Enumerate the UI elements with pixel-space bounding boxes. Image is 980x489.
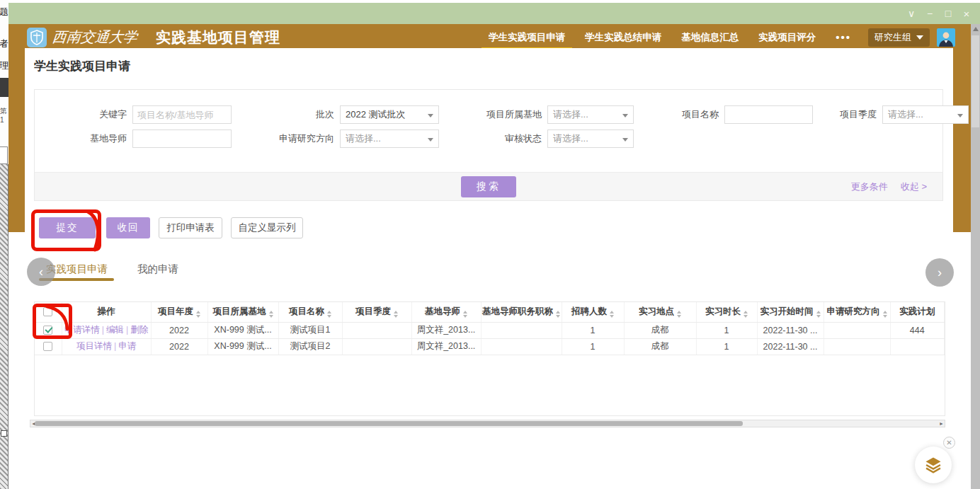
quarter-select[interactable]: 请选择... xyxy=(882,105,969,124)
project-name-input[interactable] xyxy=(724,105,813,124)
scroll-up-icon[interactable] xyxy=(973,27,979,31)
batch-select[interactable]: 2022 测试批次 xyxy=(340,105,439,124)
research-label: 申请研究方向 xyxy=(260,132,334,145)
sort-icon[interactable] xyxy=(610,311,614,318)
vertical-scrollbar-thumb[interactable] xyxy=(972,35,979,127)
chevron-down-icon xyxy=(428,138,433,142)
window-maximize-button[interactable]: □ xyxy=(939,8,957,19)
window-close-button[interactable]: × xyxy=(957,8,976,20)
search-button[interactable]: 搜索 xyxy=(461,176,516,197)
base-label: 项目所属基地 xyxy=(464,108,542,121)
sort-icon[interactable] xyxy=(743,311,748,318)
bg-selection-handle xyxy=(1,430,7,437)
cell-intern-start: 2022-11-30 ... xyxy=(757,338,824,355)
shield-icon xyxy=(30,30,44,45)
col-practice-plan[interactable]: 实践计划 xyxy=(890,302,945,322)
horizontal-scrollbar[interactable]: ◄ ► xyxy=(30,420,945,427)
col-project-name[interactable]: 项目名称 xyxy=(278,302,342,322)
cell-intern-location: 成都 xyxy=(624,338,696,355)
university-name: 西南交通大学 xyxy=(52,28,139,47)
collapse-link[interactable]: 收起 > xyxy=(901,180,927,193)
cell-research-direction xyxy=(824,322,890,338)
research-select[interactable]: 请选择... xyxy=(340,130,439,148)
delete-link[interactable]: 删除 xyxy=(130,325,148,335)
sort-icon[interactable] xyxy=(196,311,200,318)
scroll-right-icon[interactable]: ► xyxy=(939,421,944,426)
sort-icon[interactable] xyxy=(677,311,681,318)
scroll-tabs-left-button[interactable]: ‹ xyxy=(27,258,55,286)
chevron-down-icon xyxy=(622,138,628,142)
floating-layers-button[interactable] xyxy=(915,447,952,483)
nav-item-project-score[interactable]: 实践项目评分 xyxy=(758,24,816,50)
cell-project-name: 测试项目1 xyxy=(278,322,342,338)
keyword-input[interactable] xyxy=(132,105,232,124)
window-minimize-button[interactable]: − xyxy=(921,8,939,19)
withdraw-button[interactable]: 收回 xyxy=(106,217,150,238)
base-select-value: 请选择... xyxy=(553,108,588,121)
link-divider: | xyxy=(102,325,104,335)
row-checkbox[interactable] xyxy=(43,342,52,351)
apply-link[interactable]: 申请 xyxy=(118,341,136,351)
print-application-button[interactable]: 打印申请表 xyxy=(159,217,222,238)
col-research-direction[interactable]: 申请研究方向 xyxy=(824,302,890,322)
avatar[interactable] xyxy=(937,28,955,47)
col-project-year[interactable]: 项目年度 xyxy=(151,302,207,322)
mentor-input[interactable] xyxy=(132,130,232,148)
sort-icon[interactable] xyxy=(269,311,273,318)
col-mentor-title[interactable]: 基地导师职务职称 xyxy=(481,302,562,322)
cell-project-year: 2022 xyxy=(151,322,207,338)
apply-detail-link[interactable]: 申请详情 xyxy=(64,325,100,335)
vertical-scrollbar[interactable] xyxy=(971,24,980,489)
nav-item-student-summary-apply[interactable]: 学生实践总结申请 xyxy=(585,24,661,50)
research-select-value: 请选择... xyxy=(346,132,381,145)
project-detail-link[interactable]: 项目详情 xyxy=(76,341,112,351)
batch-select-value: 2022 测试批次 xyxy=(346,108,406,121)
col-recruit-count[interactable]: 招聘人数 xyxy=(562,302,624,322)
horizontal-scrollbar-thumb[interactable] xyxy=(35,421,743,426)
cell-intern-duration: 1 xyxy=(696,338,757,355)
app-window: ∨ − □ × 西南交通大学 实践基地项目管理 学生实践项目申请 学生实践总结申… xyxy=(8,0,980,489)
more-conditions-link[interactable]: 更多条件 xyxy=(851,180,888,193)
projects-table: 操作 项目年度 项目所属基地 项目名称 项目季度 基地导师 基地导师职务职称 招… xyxy=(34,301,945,416)
fab-close-button[interactable]: ✕ xyxy=(943,437,955,449)
tab-my-applications[interactable]: 我的申请 xyxy=(137,263,178,276)
nav-item-base-info[interactable]: 基地信息汇总 xyxy=(681,24,739,50)
avatar-image xyxy=(937,28,955,47)
cell-mentor-title xyxy=(481,322,562,338)
sort-icon[interactable] xyxy=(883,311,887,318)
select-all-checkbox[interactable] xyxy=(43,307,52,316)
table-row: 申请详情|编辑|删除 2022 XN-999 测试... 测试项目1 周文祥_2… xyxy=(35,322,945,338)
edit-link[interactable]: 编辑 xyxy=(106,325,124,335)
nav-more-icon[interactable]: ••• xyxy=(836,31,851,43)
quarter-label: 项目季度 xyxy=(834,108,877,121)
submit-button[interactable]: 提交 xyxy=(39,217,96,238)
scroll-tabs-right-button[interactable]: › xyxy=(925,258,954,287)
window-menu-button[interactable]: ∨ xyxy=(902,8,921,19)
project-name-label: 项目名称 xyxy=(676,108,719,121)
nav-item-student-project-apply[interactable]: 学生实践项目申请 xyxy=(489,24,565,50)
bg-text-fragment: 第1 xyxy=(0,106,8,124)
col-intern-location[interactable]: 实习地点 xyxy=(624,302,696,322)
row-checkbox-checked[interactable] xyxy=(43,326,52,335)
chevron-down-icon xyxy=(622,114,628,117)
sort-icon[interactable] xyxy=(463,311,467,318)
user-group-dropdown[interactable]: 研究生组 xyxy=(868,28,930,47)
col-intern-duration[interactable]: 实习时长 xyxy=(696,302,757,322)
col-project-quarter[interactable]: 项目季度 xyxy=(342,302,411,322)
app-title: 实践基地项目管理 xyxy=(156,28,280,47)
sort-icon[interactable] xyxy=(394,311,398,318)
sort-icon[interactable] xyxy=(327,311,331,318)
col-base-mentor[interactable]: 基地导师 xyxy=(411,302,481,322)
col-intern-start[interactable]: 实习开始时间 xyxy=(757,302,824,322)
tab-practice-project-apply[interactable]: 实践项目申请 xyxy=(46,263,108,276)
base-select[interactable]: 请选择... xyxy=(547,105,634,124)
search-filter-panel: 关键字 批次 2022 测试批次 项目所属基地 请选择... 项目名称 项目季度… xyxy=(34,89,943,201)
window-titlebar: ∨ − □ × xyxy=(8,3,980,24)
audit-status-select[interactable]: 请选择... xyxy=(547,130,634,148)
col-project-base[interactable]: 项目所属基地 xyxy=(207,302,278,322)
bg-dark-bar xyxy=(0,78,8,97)
sort-icon[interactable] xyxy=(556,311,560,318)
bg-box-corner xyxy=(0,146,8,164)
customize-columns-button[interactable]: 自定义显示列 xyxy=(231,217,303,238)
sort-icon[interactable] xyxy=(816,311,821,318)
